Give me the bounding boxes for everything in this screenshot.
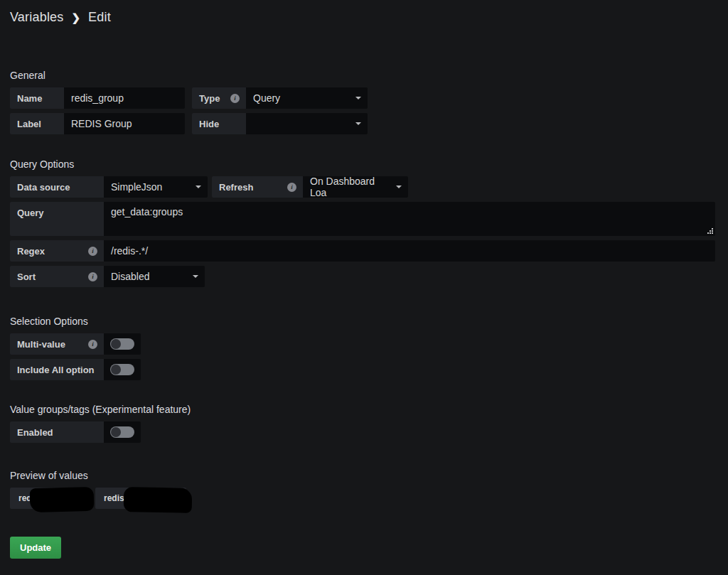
row-label-hide: Label Hide (10, 113, 718, 134)
section-query-options: Query Options Data source SimpleJson Ref… (10, 158, 718, 287)
redaction-blob (30, 487, 95, 512)
regex-label: Regex i (10, 240, 104, 262)
caret-down-icon (193, 275, 198, 278)
info-icon[interactable]: i (230, 94, 240, 103)
row-regex: Regex i (10, 240, 718, 262)
row-query: Query get_data:groups (10, 202, 718, 236)
query-label: Query (10, 202, 104, 236)
redaction-blob (124, 487, 193, 513)
multi-value-toggle[interactable] (104, 333, 141, 355)
type-select[interactable]: Query (246, 87, 368, 109)
info-icon[interactable]: i (88, 340, 97, 349)
breadcrumb: Variables ❯ Edit (10, 9, 718, 26)
row-sort: Sort i Disabled (10, 266, 718, 287)
label-label: Label (10, 113, 64, 134)
query-textarea[interactable]: get_data:groups (104, 202, 715, 236)
breadcrumb-variables[interactable]: Variables (10, 10, 64, 25)
include-all-label: Include All option (10, 359, 104, 380)
include-all-toggle[interactable] (104, 359, 141, 380)
breadcrumb-edit: Edit (88, 10, 111, 25)
toggle-track (110, 338, 134, 350)
name-input[interactable] (64, 87, 185, 109)
toggle-knob (111, 339, 121, 349)
update-button[interactable]: Update (10, 537, 61, 559)
enabled-toggle[interactable] (104, 421, 141, 443)
general-heading: General (10, 70, 718, 81)
type-label: Type i (192, 87, 246, 109)
caret-down-icon (196, 186, 201, 188)
refresh-select[interactable]: On Dashboard Loa (303, 176, 408, 198)
enabled-label: Enabled (10, 421, 104, 443)
caret-down-icon (396, 186, 402, 188)
preview-chip: redis- (95, 488, 186, 509)
datasource-label: Data source (10, 176, 104, 198)
value-groups-heading: Value groups/tags (Experimental feature) (10, 404, 718, 415)
sort-select[interactable]: Disabled (104, 266, 205, 287)
hide-label: Hide (192, 113, 246, 134)
caret-down-icon (355, 97, 361, 100)
variable-editor-page: Variables ❯ Edit General Name Type i Que… (0, 0, 728, 567)
section-selection-options: Selection Options Multi-value i Include … (10, 316, 718, 380)
datasource-select[interactable]: SimpleJson (104, 176, 208, 198)
toggle-knob (111, 427, 121, 437)
refresh-label: Refresh i (212, 176, 303, 198)
row-multi-value: Multi-value i (10, 333, 718, 355)
section-general: General Name Type i Query Label Hid (10, 70, 718, 134)
section-value-groups: Value groups/tags (Experimental feature)… (10, 404, 718, 443)
caret-down-icon (355, 122, 361, 125)
toggle-track (110, 364, 134, 375)
preview-heading: Preview of values (10, 470, 718, 481)
row-name-type: Name Type i Query (10, 87, 718, 109)
label-input[interactable] (64, 113, 185, 134)
toggle-knob (111, 365, 121, 375)
sort-label: Sort i (10, 266, 104, 287)
toggle-track (110, 426, 134, 438)
section-preview: Preview of values redis- redis- (10, 470, 718, 509)
query-options-heading: Query Options (10, 158, 718, 170)
preview-chips: redis- redis- (10, 488, 718, 509)
name-label: Name (10, 87, 64, 109)
selection-options-heading: Selection Options (10, 316, 718, 327)
row-enabled: Enabled (10, 421, 718, 443)
row-datasource-refresh: Data source SimpleJson Refresh i On Dash… (10, 176, 718, 198)
info-icon[interactable]: i (88, 272, 97, 281)
info-icon[interactable]: i (88, 247, 97, 256)
hide-select[interactable] (246, 113, 368, 134)
chevron-right-icon: ❯ (72, 11, 81, 24)
preview-chip: redis- (10, 488, 88, 509)
resize-grip-icon[interactable] (707, 227, 713, 234)
row-include-all: Include All option (10, 359, 718, 380)
regex-input[interactable] (104, 240, 715, 262)
multi-value-label: Multi-value i (10, 333, 104, 355)
info-icon[interactable]: i (287, 183, 296, 192)
